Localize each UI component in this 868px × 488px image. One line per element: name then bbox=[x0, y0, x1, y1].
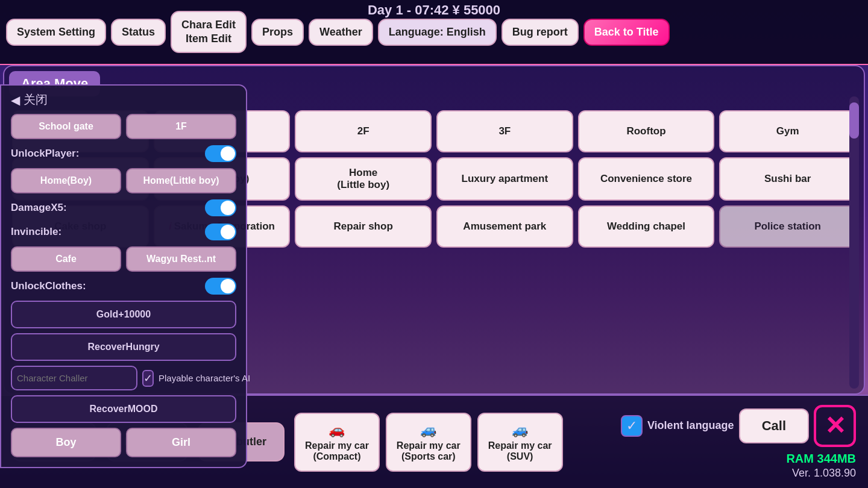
area-btn-repair-shop[interactable]: Repair shop bbox=[295, 205, 432, 248]
invincible-label: Invincible: bbox=[11, 226, 61, 238]
violent-language-label: Violent language bbox=[647, 419, 734, 432]
area-btn-3f[interactable]: 3F bbox=[436, 110, 573, 152]
unlock-player-row: UnlockPlayer: bbox=[11, 144, 236, 163]
close-x-button[interactable]: ✕ bbox=[814, 405, 856, 447]
bottom-right-section: ✓ Violent language Call ✕ RAM 344MB Ver.… bbox=[621, 405, 856, 480]
ram-display: RAM 344MB bbox=[786, 452, 856, 466]
repair-sports-button[interactable]: 🚙 Repair my car (Sports car) bbox=[386, 413, 471, 472]
debug-panel: ◀ 关闭 School gate 1F UnlockPlayer: Home(B… bbox=[0, 84, 247, 468]
area-btn-2f[interactable]: 2F bbox=[295, 110, 432, 152]
debug-school-gate-btn[interactable]: School gate bbox=[11, 114, 121, 139]
gender-row: Boy Girl bbox=[11, 428, 236, 457]
debug-1f-btn[interactable]: 1F bbox=[126, 114, 236, 139]
area-btn-wedding-chapel[interactable]: Wedding chapel bbox=[578, 205, 715, 248]
unlock-clothes-label: UnlockClothes: bbox=[11, 280, 86, 292]
debug-wagyu-btn[interactable]: Wagyu Rest..nt bbox=[126, 246, 236, 272]
girl-button[interactable]: Girl bbox=[126, 428, 236, 457]
area-scrollbar-thumb bbox=[849, 102, 859, 139]
system-setting-button[interactable]: System Setting bbox=[6, 19, 106, 46]
status-button[interactable]: Status bbox=[111, 19, 166, 46]
unlock-player-toggle[interactable] bbox=[205, 145, 236, 162]
area-btn-police-station[interactable]: Police station bbox=[719, 205, 856, 248]
damage-x5-toggle[interactable] bbox=[205, 199, 236, 216]
challer-check[interactable]: ✓ bbox=[142, 370, 154, 387]
area-scrollbar[interactable] bbox=[849, 96, 859, 389]
damage-x5-row: DamageX5: bbox=[11, 198, 236, 217]
language-button[interactable]: Language: English bbox=[378, 19, 497, 46]
gold-button[interactable]: Gold+10000 bbox=[11, 301, 236, 328]
area-btn-convenience-store[interactable]: Convenience store bbox=[578, 157, 715, 201]
debug-home-boy-btn[interactable]: Home(Boy) bbox=[11, 168, 121, 193]
unlock-player-label: UnlockPlayer: bbox=[11, 148, 79, 160]
recover-mood-button[interactable]: RecoverMOOD bbox=[11, 395, 236, 423]
suv-icon: 🚙 bbox=[488, 422, 552, 438]
violent-language-row: ✓ Violent language Call ✕ bbox=[621, 405, 856, 447]
invincible-toggle[interactable] bbox=[205, 224, 236, 240]
area-btn-amusement-park[interactable]: Amusement park bbox=[436, 205, 573, 248]
repair-suv-button[interactable]: 🚙 Repair my car (SUV) bbox=[477, 413, 563, 472]
debug-home-little-btn[interactable]: Home(Little boy) bbox=[126, 168, 236, 193]
challer-row: ✓ Playable character's AI bbox=[11, 366, 236, 390]
unlock-clothes-row: UnlockClothes: bbox=[11, 277, 236, 296]
sports-car-icon: 🚙 bbox=[397, 422, 461, 438]
challer-ai-label: Playable character's AI bbox=[159, 373, 250, 383]
repair-cars-section: 🚗 Repair my car (Compact) 🚙 Repair my ca… bbox=[294, 413, 563, 472]
back-to-title-button[interactable]: Back to Title bbox=[583, 19, 670, 46]
violent-language-checkbox[interactable]: ✓ bbox=[621, 415, 643, 437]
bug-report-button[interactable]: Bug report bbox=[502, 19, 579, 46]
chara-edit-button[interactable]: Chara Edit Item Edit bbox=[171, 11, 247, 54]
debug-cafe-btn[interactable]: Cafe bbox=[11, 246, 121, 272]
top-bar: Day 1 - 07:42 ¥ 55000 System Setting Sta… bbox=[0, 0, 868, 65]
compact-car-icon: 🚗 bbox=[305, 422, 369, 438]
recover-hungry-button[interactable]: RecoverHungry bbox=[11, 333, 236, 361]
area-btn-home-little-boy[interactable]: Home (Little boy) bbox=[295, 157, 432, 201]
call-button[interactable]: Call bbox=[739, 408, 809, 443]
area-btn-sushi-bar[interactable]: Sushi bar bbox=[719, 157, 856, 201]
weather-button[interactable]: Weather bbox=[309, 19, 373, 46]
area-btn-luxury-apartment[interactable]: Luxury apartment bbox=[436, 157, 573, 201]
repair-compact-button[interactable]: 🚗 Repair my car (Compact) bbox=[294, 413, 380, 472]
props-button[interactable]: Props bbox=[251, 19, 304, 46]
debug-close-button[interactable]: ◀ 关闭 bbox=[11, 92, 236, 108]
area-btn-rooftop[interactable]: Rooftop bbox=[578, 110, 715, 152]
challer-input[interactable] bbox=[11, 366, 137, 390]
area-btn-gym[interactable]: Gym bbox=[719, 110, 856, 152]
day-display: Day 1 - 07:42 ¥ 55000 bbox=[362, 0, 506, 20]
boy-button[interactable]: Boy bbox=[11, 428, 121, 457]
damage-x5-label: DamageX5: bbox=[11, 202, 67, 214]
unlock-clothes-toggle[interactable] bbox=[205, 278, 236, 295]
version-display: Ver. 1.038.90 bbox=[792, 467, 856, 480]
invincible-row: Invincible: bbox=[11, 222, 236, 242]
